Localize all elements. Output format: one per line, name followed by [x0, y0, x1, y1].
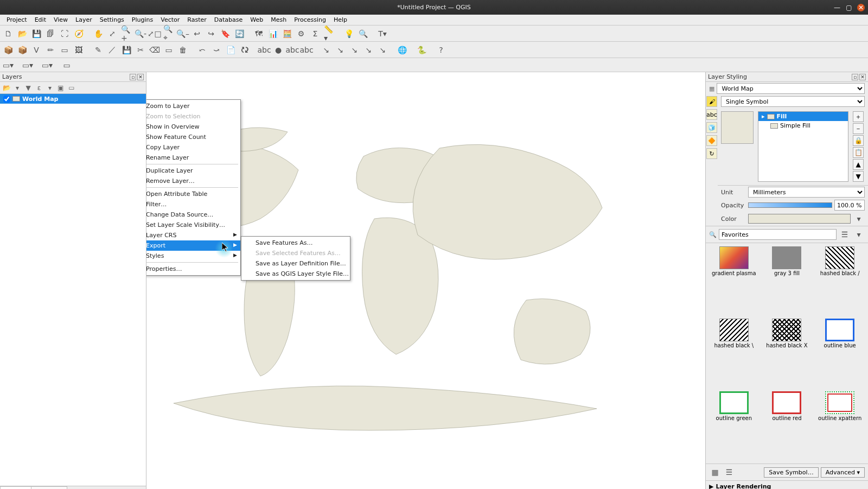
- menu-processing[interactable]: Processing: [291, 16, 329, 24]
- tb2-button-10[interactable]: ✂: [135, 44, 146, 56]
- tb2-button-4[interactable]: ▭: [59, 44, 71, 56]
- styling-layer-select[interactable]: World Map: [717, 83, 865, 94]
- tb1-button-23[interactable]: Σ: [309, 28, 321, 40]
- tb2-button-35[interactable]: ?: [435, 44, 447, 56]
- ctx-layer-crs[interactable]: Layer CRS: [146, 230, 240, 240]
- ctx-styles[interactable]: Styles: [146, 251, 240, 261]
- layers-open-icon[interactable]: 📂: [2, 84, 11, 92]
- color-dd-button[interactable]: ▾: [853, 213, 865, 225]
- lock-symbol-layer-button[interactable]: 🔒: [853, 135, 864, 146]
- menu-view[interactable]: View: [50, 16, 71, 24]
- save-symbol-button[interactable]: Save Symbol…: [764, 467, 818, 478]
- move-down-symbol-layer-button[interactable]: ▼: [853, 171, 864, 182]
- tb1-button-24[interactable]: 📏▾: [323, 28, 335, 40]
- tab-layers[interactable]: Layers: [0, 486, 31, 489]
- tb1-button-19[interactable]: 🗺: [253, 28, 265, 40]
- tb2-button-12[interactable]: ▭: [163, 44, 175, 56]
- tb1-button-11[interactable]: ⤢□: [149, 28, 161, 40]
- tb2-button-25[interactable]: ↘: [320, 44, 332, 56]
- favorites-filter-button[interactable]: ▾: [853, 228, 865, 240]
- tb2-button-8[interactable]: ／: [106, 44, 118, 56]
- menu-layer[interactable]: Layer: [72, 16, 95, 24]
- tab-history-icon[interactable]: ↻: [706, 148, 717, 159]
- tb1-button-29[interactable]: T▾: [376, 28, 388, 40]
- tb1-button-8[interactable]: ⤢: [106, 28, 118, 40]
- tb2-button-1[interactable]: 📦: [16, 44, 28, 56]
- tb3-button-4[interactable]: ▭▾: [41, 59, 53, 71]
- color-button[interactable]: [748, 214, 851, 224]
- layers-expr-icon[interactable]: ε: [35, 84, 43, 92]
- tab-transparency-icon[interactable]: 🔶: [706, 135, 717, 146]
- view-list-button[interactable]: ☰: [723, 466, 735, 478]
- favorites-grid[interactable]: gradient plasmagray 3 fillhashed black /…: [706, 243, 868, 464]
- menu-help[interactable]: Help: [330, 16, 350, 24]
- window-close-button[interactable]: ✕: [857, 4, 865, 11]
- menu-mesh[interactable]: Mesh: [267, 16, 290, 24]
- layers-undock-button[interactable]: ▫: [130, 74, 136, 80]
- tab-symbology-icon[interactable]: 🖌: [706, 96, 717, 107]
- menu-vector[interactable]: Vector: [157, 16, 183, 24]
- tb2-button-23[interactable]: abc: [301, 44, 312, 56]
- tb1-button-1[interactable]: 📂: [16, 28, 28, 40]
- view-icons-button[interactable]: ▦: [709, 466, 721, 478]
- tb1-button-9[interactable]: 🔍+: [120, 28, 132, 40]
- tb1-button-10[interactable]: 🔍-: [135, 28, 146, 40]
- symbol-tree[interactable]: ▸ Fill Simple Fill: [758, 111, 848, 182]
- unit-select[interactable]: Millimeters: [748, 187, 865, 198]
- layers-expand-icon[interactable]: ▾: [46, 84, 54, 92]
- remove-symbol-layer-button[interactable]: －: [853, 123, 864, 134]
- tb2-button-27[interactable]: ↘: [348, 44, 360, 56]
- symbol-node-fill[interactable]: ▸ Fill: [758, 112, 848, 121]
- styling-undock-button[interactable]: ▫: [852, 74, 858, 80]
- tb1-button-7[interactable]: ✋: [92, 28, 104, 40]
- advanced-button[interactable]: Advanced ▾: [821, 467, 865, 478]
- menu-database[interactable]: Database: [211, 16, 246, 24]
- ctx-show-feature-count[interactable]: Show Feature Count: [146, 132, 240, 142]
- ctx-save-layer-style-file[interactable]: Save as QGIS Layer Style File…: [241, 269, 350, 279]
- menu-raster[interactable]: Raster: [184, 16, 209, 24]
- tb1-button-15[interactable]: ↪: [205, 28, 217, 40]
- tb2-button-28[interactable]: ↘: [362, 44, 374, 56]
- favorite-gradient-plasma[interactable]: gradient plasma: [709, 246, 759, 315]
- layers-add-group-icon[interactable]: ▾: [13, 84, 22, 92]
- move-up-symbol-layer-button[interactable]: ▲: [853, 159, 864, 170]
- tb1-button-26[interactable]: 💡: [343, 28, 355, 40]
- ctx-change-data-source[interactable]: Change Data Source…: [146, 209, 240, 220]
- opacity-value-input[interactable]: [834, 200, 865, 211]
- menu-settings[interactable]: Settings: [97, 16, 127, 24]
- ctx-export[interactable]: Export: [146, 240, 240, 251]
- tb1-button-4[interactable]: ⛶: [59, 28, 71, 40]
- ctx-open-attribute-table[interactable]: Open Attribute Table: [146, 189, 240, 199]
- window-maximize-button[interactable]: ▢: [845, 4, 853, 11]
- favorite-hashed-black-/[interactable]: hashed black /: [815, 246, 865, 315]
- menu-edit[interactable]: Edit: [31, 16, 49, 24]
- layers-collapse-icon[interactable]: ▣: [56, 84, 65, 92]
- tab-labels-icon[interactable]: abc: [706, 109, 717, 120]
- favorites-search-input[interactable]: [719, 229, 837, 240]
- favorite-outline-xpattern[interactable]: outline xpattern: [815, 391, 865, 460]
- tb3-button-0[interactable]: ▭▾: [2, 59, 14, 71]
- tb1-button-12[interactable]: 🔍⌖: [163, 28, 175, 40]
- layer-visibility-checkbox[interactable]: [3, 96, 10, 103]
- tb2-button-29[interactable]: ↘: [376, 44, 388, 56]
- tb2-button-17[interactable]: 📄: [225, 44, 237, 56]
- duplicate-symbol-layer-button[interactable]: 📋: [853, 147, 864, 158]
- ctx-save-features-as[interactable]: Save Features As…: [241, 238, 350, 248]
- tb1-button-17[interactable]: 🔄: [233, 28, 245, 40]
- tb1-button-13[interactable]: 🔍–: [177, 28, 189, 40]
- opacity-slider[interactable]: [748, 202, 832, 208]
- tb2-button-11[interactable]: ⌫: [149, 44, 161, 56]
- favorite-hashed-black-X[interactable]: hashed black X: [762, 319, 812, 388]
- favorite-outline-green[interactable]: outline green: [709, 391, 759, 460]
- tb2-button-2[interactable]: V: [30, 44, 42, 56]
- ctx-zoom-to-layer[interactable]: Zoom to Layer: [146, 101, 240, 111]
- styling-close-button[interactable]: ✕: [859, 74, 866, 80]
- menu-web[interactable]: Web: [247, 16, 266, 24]
- tb2-button-33[interactable]: 🐍: [416, 44, 427, 56]
- tb2-button-9[interactable]: 💾: [120, 44, 132, 56]
- tb2-button-26[interactable]: ↘: [334, 44, 346, 56]
- favorites-tags-button[interactable]: ☰: [839, 228, 851, 240]
- ctx-duplicate-layer[interactable]: Duplicate Layer: [146, 166, 240, 176]
- tb2-button-21[interactable]: ●: [272, 44, 284, 56]
- tb2-button-18[interactable]: 🗘: [239, 44, 251, 56]
